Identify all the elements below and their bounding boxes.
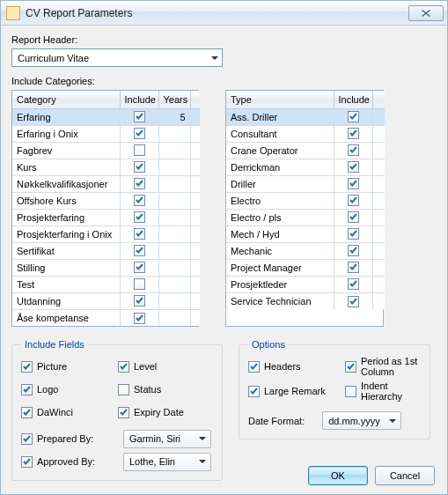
close-button[interactable] [408,5,444,21]
years-cell[interactable]: 5 [158,108,190,125]
include-cell[interactable] [334,209,372,225]
type-cell[interactable]: Mechanic [226,242,334,259]
type-cell[interactable]: Mech / Hyd [226,225,334,242]
years-cell[interactable] [158,276,190,292]
include-cell[interactable] [120,276,158,292]
years-cell[interactable] [158,175,190,192]
table-row[interactable]: Service Technician [226,292,385,309]
category-cell[interactable]: Test [12,276,120,292]
category-cell[interactable]: Stilling [12,259,120,276]
type-cell[interactable]: Prosjektleder [226,276,334,292]
col-years[interactable]: Years [158,91,190,108]
table-row[interactable]: Derrickman [226,159,385,175]
table-row[interactable]: Prosjektleder [226,276,385,292]
include-cell[interactable] [120,125,158,142]
table-row[interactable]: Utdanning [12,292,200,309]
include-cell[interactable] [120,225,158,242]
table-row[interactable]: Sertifikat [12,242,200,259]
table-row[interactable]: Åse kompetanse [12,309,200,326]
table-row[interactable]: Mech / Hyd [226,225,385,242]
include-cell[interactable] [120,159,158,175]
approved-by-combo[interactable]: Lothe, Elin [123,453,211,471]
table-row[interactable]: Fagbrev [12,142,200,159]
table-row[interactable]: Consultant [226,125,385,142]
col-include-type[interactable]: Include [334,91,372,108]
type-cell[interactable]: Electro [226,192,334,209]
years-cell[interactable] [158,309,190,326]
years-cell[interactable] [158,125,190,142]
table-row[interactable]: Erfaring i Onix [12,125,200,142]
include-cell[interactable] [334,175,372,192]
type-cell[interactable]: Service Technician [226,292,334,309]
include-cell[interactable] [334,259,372,276]
table-row[interactable]: Stilling [12,259,200,276]
table-row[interactable]: Ass. Driller [226,108,385,125]
years-cell[interactable] [158,192,190,209]
category-cell[interactable]: Offshore Kurs [12,192,120,209]
table-row[interactable]: Test [12,276,200,292]
years-cell[interactable] [158,159,190,175]
table-row[interactable]: Mechanic [226,242,385,259]
table-row[interactable]: Prosjekterfaring [12,209,200,225]
years-cell[interactable] [158,142,190,159]
years-cell[interactable] [158,242,190,259]
table-row[interactable]: Electro [226,192,385,209]
include-cell[interactable] [120,292,158,309]
type-cell[interactable]: Project Manager [226,259,334,276]
years-cell[interactable] [158,225,190,242]
include-cell[interactable] [334,142,372,159]
report-header-combo[interactable]: Curriculum Vitae [11,48,223,67]
include-cell[interactable] [120,242,158,259]
table-row[interactable]: Project Manager [226,259,385,276]
years-cell[interactable] [158,292,190,309]
field-status[interactable]: Status [118,380,213,399]
field-prepared-by[interactable]: Prepared By: [21,429,116,448]
category-cell[interactable]: Erfaring i Onix [12,125,120,142]
category-cell[interactable]: Åse kompetanse [12,309,120,326]
opt-indent[interactable]: Indent Hierarchy [345,381,421,401]
table-row[interactable]: Prosjekterfaring i Onix [12,225,200,242]
field-dawinci[interactable]: DaWinci [21,403,116,422]
include-cell[interactable] [120,192,158,209]
field-logo[interactable]: Logo [21,380,116,399]
opt-large-remark[interactable]: Large Remark [248,381,345,401]
category-cell[interactable]: Kurs [12,159,120,175]
include-cell[interactable] [334,276,372,292]
field-level[interactable]: Level [118,357,213,376]
col-include[interactable]: Include [120,91,158,108]
col-type[interactable]: Type [226,91,334,108]
category-cell[interactable]: Prosjekterfaring i Onix [12,225,120,242]
category-cell[interactable]: Utdanning [12,292,120,309]
years-cell[interactable] [158,209,190,225]
table-row[interactable]: Kurs [12,159,200,175]
type-cell[interactable]: Electro / pls [226,209,334,225]
include-cell[interactable] [120,175,158,192]
category-cell[interactable]: Sertifikat [12,242,120,259]
field-approved-by[interactable]: Approved By: [21,452,116,471]
type-cell[interactable]: Crane Operator [226,142,334,159]
include-cell[interactable] [334,108,372,125]
include-cell[interactable] [334,159,372,175]
include-cell[interactable] [120,309,158,326]
prepared-by-combo[interactable]: Garmin, Siri [123,430,211,448]
table-row[interactable]: Offshore Kurs [12,192,200,209]
include-cell[interactable] [120,209,158,225]
table-row[interactable]: Electro / pls [226,209,385,225]
include-cell[interactable] [334,292,372,309]
table-row[interactable]: Erfaring5 [12,108,200,125]
category-cell[interactable]: Fagbrev [12,142,120,159]
type-cell[interactable]: Driller [226,175,334,192]
include-cell[interactable] [120,142,158,159]
field-picture[interactable]: Picture [21,357,116,376]
ok-button[interactable]: OK [308,466,368,485]
field-expiry[interactable]: Expiry Date [118,403,213,422]
categories-grid[interactable]: Category Include Years Erfaring5Erfaring… [11,90,199,327]
opt-headers[interactable]: Headers [248,357,345,376]
category-cell[interactable]: Prosjekterfaring [12,209,120,225]
category-cell[interactable]: Nøkkelkvalifikasjoner [12,175,120,192]
opt-period[interactable]: Period as 1st Column [345,357,421,376]
cancel-button[interactable]: Cancel [375,466,435,485]
include-cell[interactable] [334,225,372,242]
type-cell[interactable]: Consultant [226,125,334,142]
table-row[interactable]: Nøkkelkvalifikasjoner [12,175,200,192]
